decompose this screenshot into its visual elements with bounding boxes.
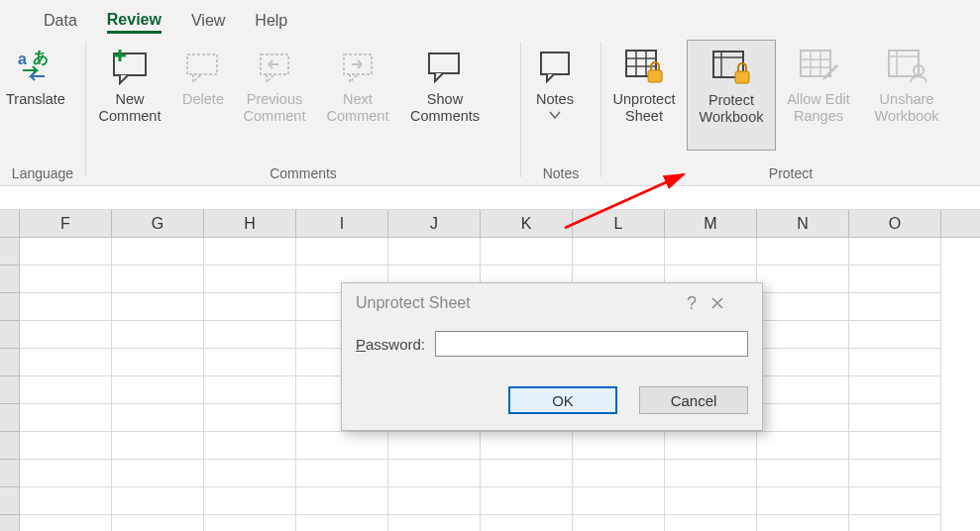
cell[interactable] [20,460,112,487]
protect-workbook-button[interactable]: Protect Workbook [687,40,776,151]
cell[interactable] [388,432,481,460]
cell[interactable] [388,515,481,531]
cell[interactable] [20,487,112,515]
cell[interactable] [112,487,204,515]
cell[interactable] [296,432,388,460]
row-header[interactable] [0,321,20,349]
cell[interactable] [112,238,204,266]
cell[interactable] [20,515,112,531]
cell[interactable] [665,515,757,531]
row-header[interactable] [0,487,20,515]
password-input[interactable] [435,331,748,357]
cell[interactable] [481,460,573,487]
cell[interactable] [757,487,849,515]
col-header[interactable]: N [757,210,849,237]
cell[interactable] [204,293,296,321]
tab-help[interactable]: Help [255,12,287,34]
cell[interactable] [481,487,573,515]
cell[interactable] [481,238,573,266]
row-header[interactable] [0,404,20,432]
cell[interactable] [849,238,941,266]
cell[interactable] [204,238,296,266]
col-header[interactable]: J [388,210,481,237]
cell[interactable] [204,460,296,487]
cell[interactable] [20,321,112,349]
dialog-close-button[interactable] [710,296,748,310]
col-header[interactable]: G [112,210,204,237]
new-comment-button[interactable]: New Comment [86,40,173,151]
cell[interactable] [296,460,388,487]
cell[interactable] [757,293,849,321]
cell[interactable] [204,266,296,293]
cell[interactable] [112,266,204,293]
cell[interactable] [296,238,388,266]
col-header[interactable]: O [849,210,941,237]
cell[interactable] [388,460,481,487]
cell[interactable] [204,432,296,460]
tab-data[interactable]: Data [44,12,77,34]
cell[interactable] [757,238,849,266]
cell[interactable] [20,238,112,266]
row-header[interactable] [0,515,20,531]
row-header[interactable] [0,238,20,266]
cell[interactable] [204,404,296,432]
cell[interactable] [112,515,204,531]
cell[interactable] [296,515,388,531]
ok-button[interactable]: OK [508,386,617,414]
formula-bar[interactable] [0,186,980,210]
cell[interactable] [757,266,849,293]
cell[interactable] [665,487,757,515]
translate-button[interactable]: a あ Translate [0,40,71,151]
cell[interactable] [849,460,941,487]
row-header[interactable] [0,349,20,376]
cell[interactable] [20,349,112,376]
col-header[interactable]: I [296,210,388,237]
cell[interactable] [757,376,849,404]
tab-review[interactable]: Review [107,11,162,34]
cell[interactable] [573,238,665,266]
cell[interactable] [112,376,204,404]
row-header[interactable] [0,376,20,404]
cell[interactable] [204,487,296,515]
cell[interactable] [757,404,849,432]
cell[interactable] [573,515,665,531]
cell[interactable] [849,293,941,321]
cell[interactable] [757,460,849,487]
cell[interactable] [573,432,665,460]
rowcol-corner[interactable] [0,210,20,237]
cell[interactable] [388,487,481,515]
cell[interactable] [204,376,296,404]
cell[interactable] [481,515,573,531]
unprotect-sheet-button[interactable]: Unprotect Sheet [601,40,687,151]
cell[interactable] [757,515,849,531]
cell[interactable] [573,460,665,487]
cell[interactable] [204,321,296,349]
cell[interactable] [757,349,849,376]
cell[interactable] [20,293,112,321]
dialog-help-button[interactable]: ? [673,293,710,314]
cell[interactable] [665,460,757,487]
cell[interactable] [665,238,757,266]
show-comments-button[interactable]: Show Comments [399,40,490,151]
cell[interactable] [112,460,204,487]
row-header[interactable] [0,266,20,293]
cancel-button[interactable]: Cancel [639,386,748,414]
col-header[interactable]: H [204,210,296,237]
row-header[interactable] [0,432,20,460]
cell[interactable] [849,349,941,376]
cell[interactable] [757,432,849,460]
cell[interactable] [112,293,204,321]
cell[interactable] [849,266,941,293]
cell[interactable] [481,432,573,460]
tab-view[interactable]: View [191,12,225,34]
cell[interactable] [849,515,941,531]
cell[interactable] [849,487,941,515]
cell[interactable] [112,404,204,432]
notes-button[interactable]: Notes [521,40,589,151]
cell[interactable] [20,376,112,404]
cell[interactable] [757,321,849,349]
cell[interactable] [112,349,204,376]
cell[interactable] [20,432,112,460]
row-header[interactable] [0,293,20,321]
cell[interactable] [112,321,204,349]
